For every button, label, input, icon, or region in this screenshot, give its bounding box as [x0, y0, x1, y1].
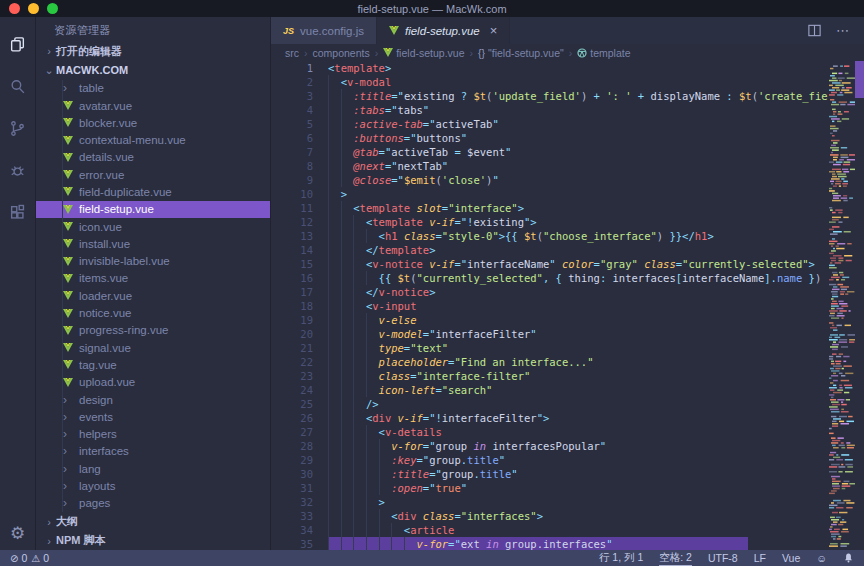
line-number: 2 [271, 75, 313, 89]
tree-item-invisible-label-vue[interactable]: invisible-label.vue [36, 253, 270, 270]
tree-item-interfaces[interactable]: ›interfaces [36, 443, 270, 460]
code-line-6[interactable]: 6:buttons="buttons" [271, 131, 828, 145]
code-line-13[interactable]: 13<h1 class="style-0">{{ $t("choose_inte… [271, 229, 828, 243]
status-item-3[interactable]: UTF-8 [708, 552, 738, 564]
tree-item-events[interactable]: ›events [36, 408, 270, 425]
code-line-19[interactable]: 19v-else [271, 313, 828, 327]
tree-item-notice-vue[interactable]: notice.vue [36, 304, 270, 321]
status-item-1[interactable]: 行 1, 列 1 [599, 551, 643, 565]
code-line-34[interactable]: 34<article [271, 523, 828, 537]
feedback-smiley-icon[interactable]: ☺ [816, 552, 827, 564]
code-line-16[interactable]: 16{{ $t("currently_selected", { thing: i… [271, 271, 828, 285]
close-tab-icon[interactable]: × [490, 23, 498, 38]
code-line-5[interactable]: 5:active-tab="activeTab" [271, 117, 828, 131]
open-editors-section[interactable]: › 打开的编辑器 [36, 42, 270, 61]
code-line-15[interactable]: 15<v-notice v-if="interfaceName" color="… [271, 257, 828, 271]
source-control-icon[interactable] [0, 107, 36, 149]
settings-gear-icon[interactable]: ⚙ [0, 516, 36, 550]
code-line-9[interactable]: 9@close="$emit('close')" [271, 173, 828, 187]
status-item-2[interactable]: 空格: 2 [659, 551, 692, 566]
status-warning-count[interactable]: ⚠0 [31, 552, 49, 564]
code-line-4[interactable]: 4:tabs="tabs" [271, 103, 828, 117]
tree-item-progress-ring-vue[interactable]: progress-ring.vue [36, 322, 270, 339]
code-line-25[interactable]: 25/> [271, 397, 828, 411]
code-line-8[interactable]: 8@next="nextTab" [271, 159, 828, 173]
tree-item-layouts[interactable]: ›layouts [36, 477, 270, 494]
breadcrumb-item-5[interactable]: template [577, 47, 630, 59]
breadcrumb-item-3[interactable]: field-setup.vue [383, 47, 464, 59]
code-line-33[interactable]: 33<div class="interfaces"> [271, 509, 828, 523]
code-line-18[interactable]: 18<v-input [271, 299, 828, 313]
code-line-10[interactable]: 10> [271, 187, 828, 201]
tree-item-details-vue[interactable]: details.vue [36, 149, 270, 166]
code-line-30[interactable]: 30:title="group.title" [271, 467, 828, 481]
notifications-bell-icon[interactable] [843, 552, 854, 564]
close-window-button[interactable] [9, 3, 20, 14]
debug-icon[interactable] [0, 149, 36, 191]
minimize-window-button[interactable] [28, 3, 39, 14]
code-line-35[interactable]: 35v-for="ext in group.interfaces" [271, 537, 828, 550]
tree-item-lang[interactable]: ›lang [36, 460, 270, 477]
tree-item-install-vue[interactable]: install.vue [36, 235, 270, 252]
search-icon[interactable] [0, 65, 36, 107]
tree-item-tag-vue[interactable]: tag.vue [36, 356, 270, 373]
code-line-23[interactable]: 23class="interface-filter" [271, 369, 828, 383]
code-line-1[interactable]: 1<template> [271, 61, 828, 75]
code-line-22[interactable]: 22placeholder="Find an interface..." [271, 355, 828, 369]
editor-scrollbar[interactable] [855, 61, 864, 550]
tab-vue-config-js[interactable]: JSvue.config.js [271, 17, 377, 44]
npm-scripts-section[interactable]: › NPM 脚本 [36, 531, 270, 550]
tree-item-upload-vue[interactable]: upload.vue [36, 374, 270, 391]
extensions-icon[interactable] [0, 191, 36, 233]
code-line-29[interactable]: 29:key="group.title" [271, 453, 828, 467]
tree-item-blocker-vue[interactable]: blocker.vue [36, 114, 270, 131]
outline-section[interactable]: › 大纲 [36, 512, 270, 531]
split-editor-icon[interactable] [807, 23, 822, 38]
tree-item-design[interactable]: ›design [36, 391, 270, 408]
tab-field-setup-vue[interactable]: field-setup.vue× [377, 17, 510, 44]
window-controls [9, 3, 58, 14]
workspace-root-section[interactable]: ⌄ MACWK.COM [36, 61, 270, 80]
code-line-27[interactable]: 27<v-details [271, 425, 828, 439]
line-content: :key="group.title" [313, 453, 505, 467]
breadcrumb-item-4[interactable]: {}"field-setup.vue" [478, 47, 564, 59]
status-item-5[interactable]: Vue [782, 552, 800, 564]
tree-item-icon-vue[interactable]: icon.vue [36, 218, 270, 235]
tree-item-signal-vue[interactable]: signal.vue [36, 339, 270, 356]
tree-item-table[interactable]: ›table [36, 80, 270, 97]
code-line-11[interactable]: 11<template slot="interface"> [271, 201, 828, 215]
breadcrumb-item-2[interactable]: components [313, 47, 370, 59]
status-item-4[interactable]: LF [754, 552, 766, 564]
code-line-14[interactable]: 14</template> [271, 243, 828, 257]
code-line-32[interactable]: 32> [271, 495, 828, 509]
code-line-28[interactable]: 28v-for="group in interfacesPopular" [271, 439, 828, 453]
code-line-31[interactable]: 31:open="true" [271, 481, 828, 495]
tree-item-field-duplicate-vue[interactable]: field-duplicate.vue [36, 183, 270, 200]
status-error-count[interactable]: ⊘0 [10, 552, 27, 564]
tree-item-items-vue[interactable]: items.vue [36, 270, 270, 287]
tree-item-helpers[interactable]: ›helpers [36, 426, 270, 443]
code-line-24[interactable]: 24icon-left="search" [271, 383, 828, 397]
minimap[interactable] [828, 61, 855, 550]
code-line-26[interactable]: 26<div v-if="!interfaceFilter"> [271, 411, 828, 425]
code-line-21[interactable]: 21type="text" [271, 341, 828, 355]
code-line-2[interactable]: 2<v-modal [271, 75, 828, 89]
code-line-17[interactable]: 17</v-notice> [271, 285, 828, 299]
explorer-icon[interactable] [0, 23, 36, 65]
scrollbar-thumb[interactable] [855, 61, 864, 98]
tree-item-pages[interactable]: ›pages [36, 495, 270, 512]
vue-file-icon [63, 136, 78, 145]
maximize-window-button[interactable] [47, 3, 58, 14]
more-actions-icon[interactable]: ⋯ [836, 23, 850, 38]
tree-item-error-vue[interactable]: error.vue [36, 166, 270, 183]
code-line-12[interactable]: 12<template v-if="!existing"> [271, 215, 828, 229]
tree-item-loader-vue[interactable]: loader.vue [36, 287, 270, 304]
tree-item-contextual-menu-vue[interactable]: contextual-menu.vue [36, 131, 270, 148]
code-line-3[interactable]: 3:title="existing ? $t('update_field') +… [271, 89, 828, 103]
code-line-7[interactable]: 7@tab="activeTab = $event" [271, 145, 828, 159]
tree-item-field-setup-vue[interactable]: field-setup.vue [36, 201, 270, 218]
code-editor[interactable]: 1<template>2<v-modal3:title="existing ? … [271, 61, 828, 550]
tree-item-avatar-vue[interactable]: avatar.vue [36, 97, 270, 114]
breadcrumb-item-1[interactable]: src [285, 47, 299, 59]
code-line-20[interactable]: 20v-model="interfaceFilter" [271, 327, 828, 341]
